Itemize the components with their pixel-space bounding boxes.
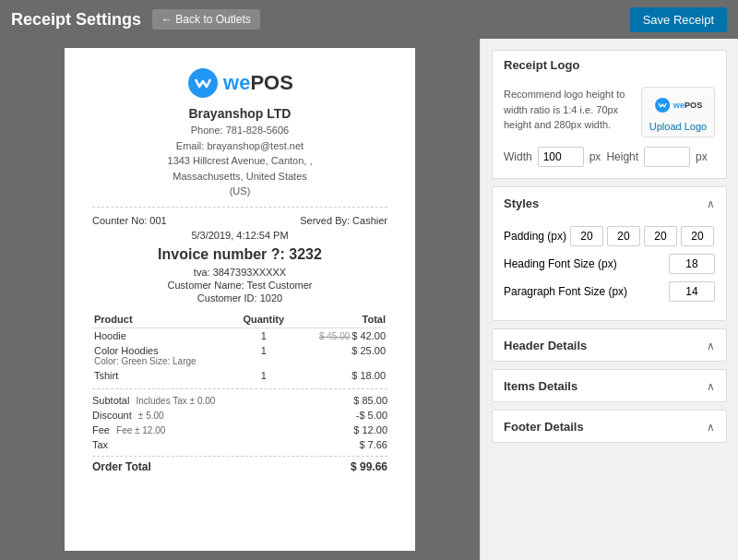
receipt-customer-name: Customer Name: Test Customer bbox=[92, 280, 387, 291]
width-input[interactable] bbox=[538, 147, 584, 167]
width-label: Width bbox=[504, 150, 532, 163]
item-name-cell: Color HoodiesColor: Green Size: Large bbox=[92, 343, 233, 368]
styles-section-header[interactable]: Styles bbox=[493, 187, 726, 219]
discount-label: Discount ± 5.00 bbox=[92, 410, 164, 421]
summary-discount-row: Discount ± 5.00 -$ 5.00 bbox=[92, 408, 387, 423]
footer-details-title: Footer Details bbox=[504, 420, 584, 434]
heading-font-input[interactable] bbox=[669, 254, 715, 274]
logo-section: Receipt Logo Recommend logo height to wi… bbox=[492, 50, 727, 179]
height-unit: px bbox=[696, 150, 708, 163]
paragraph-font-input[interactable] bbox=[669, 281, 715, 302]
logo-preview-box: wePOS Upload Logo bbox=[641, 87, 715, 137]
summary-order-total-row: Order Total $ 99.66 bbox=[92, 456, 387, 475]
padding-bottom-input[interactable] bbox=[644, 226, 677, 246]
item-qty-cell: 1 bbox=[233, 343, 293, 368]
served-by: Served By: Cashier bbox=[300, 215, 387, 226]
item-name-cell: Tshirt bbox=[92, 368, 233, 383]
styles-section-title: Styles bbox=[504, 197, 539, 210]
header-details-section: Header Details bbox=[492, 328, 727, 362]
receipt-email: Email: brayanshop@test.net bbox=[92, 138, 387, 154]
items-details-section: Items Details bbox=[492, 369, 727, 402]
header-details-title: Header Details bbox=[504, 339, 587, 352]
summary-fee-row: Fee Fee ± 12.00 $ 12.00 bbox=[92, 423, 387, 437]
tax-label: Tax bbox=[92, 439, 108, 450]
col-total: Total bbox=[293, 311, 387, 328]
logo-upload-info: Recommend logo height to width ratio is … bbox=[504, 87, 632, 133]
footer-chevron-up-icon bbox=[707, 418, 715, 435]
fee-value: $ 12.00 bbox=[353, 424, 387, 435]
styles-section: Styles Padding (px) Heading Font Size (p… bbox=[492, 186, 727, 321]
paragraph-font-label: Paragraph Font Size (px) bbox=[504, 285, 627, 298]
heading-font-row: Heading Font Size (px) bbox=[504, 254, 715, 274]
table-row: Color HoodiesColor: Green Size: Large1$ … bbox=[92, 343, 387, 368]
counter-no: Counter No: 001 bbox=[92, 215, 167, 226]
receipt-items-table: Product Quantity Total Hoodie1$ 45.00$ 4… bbox=[92, 311, 387, 383]
paragraph-font-row: Paragraph Font Size (px) bbox=[504, 281, 715, 302]
summary-tax-row: Tax $ 7.66 bbox=[92, 437, 387, 452]
receipt-logo-area: wePOS bbox=[92, 66, 387, 102]
wepos-logo-text: wePOS bbox=[223, 71, 293, 95]
width-unit: px bbox=[589, 150, 601, 163]
subtotal-value: $ 85.00 bbox=[353, 395, 387, 406]
receipt-address: 1343 Hillcrest Avenue, Canton, , bbox=[92, 153, 387, 169]
receipt-country: (US) bbox=[92, 184, 387, 199]
right-panel: Receipt Logo Recommend logo height to wi… bbox=[480, 39, 738, 560]
save-receipt-button[interactable]: Save Receipt bbox=[630, 7, 727, 32]
logo-preview-icon bbox=[654, 97, 671, 113]
item-qty-cell: 1 bbox=[233, 328, 293, 343]
discount-value: -$ 5.00 bbox=[356, 410, 387, 421]
order-total-value: $ 99.66 bbox=[351, 460, 387, 473]
summary-subtotal-row: Subtotal Includes Tax ± 0.00 $ 85.00 bbox=[92, 393, 387, 408]
padding-label: Padding (px) bbox=[504, 230, 566, 243]
styles-chevron-up-icon bbox=[707, 195, 715, 211]
receipt-paper: wePOS Brayanshop LTD Phone: 781-828-5606… bbox=[65, 48, 415, 551]
dimension-row: Width px Height px bbox=[504, 147, 715, 167]
items-chevron-up-icon bbox=[707, 377, 715, 394]
receipt-counter-row: Counter No: 001 Served By: Cashier bbox=[92, 215, 387, 226]
header-chevron-up-icon bbox=[707, 337, 715, 353]
page-title: Receipt Settings bbox=[11, 10, 141, 30]
fee-label: Fee Fee ± 12.00 bbox=[92, 424, 165, 435]
padding-row: Padding (px) bbox=[504, 226, 715, 246]
footer-details-header[interactable]: Footer Details bbox=[493, 411, 726, 442]
item-price-cell: $ 45.00$ 42.00 bbox=[293, 328, 387, 343]
table-row: Tshirt1$ 18.00 bbox=[92, 368, 387, 383]
height-input[interactable] bbox=[644, 147, 690, 167]
receipt-preview-area: wePOS Brayanshop LTD Phone: 781-828-5606… bbox=[0, 39, 480, 560]
receipt-phone: Phone: 781-828-5606 bbox=[92, 123, 387, 138]
receipt-divider-1 bbox=[92, 207, 387, 208]
heading-font-label: Heading Font Size (px) bbox=[504, 257, 617, 270]
shop-name: Brayanshop LTD bbox=[92, 106, 387, 121]
logo-section-header[interactable]: Receipt Logo bbox=[493, 51, 726, 79]
back-to-outlets-link[interactable]: ← Back to Outlets bbox=[152, 9, 260, 30]
logo-section-title: Receipt Logo bbox=[504, 58, 579, 72]
subtotal-label: Subtotal Includes Tax ± 0.00 bbox=[92, 395, 215, 406]
header-details-header[interactable]: Header Details bbox=[493, 329, 726, 361]
upload-logo-link[interactable]: Upload Logo bbox=[649, 121, 707, 132]
order-total-label: Order Total bbox=[92, 460, 151, 473]
items-details-header[interactable]: Items Details bbox=[493, 370, 726, 401]
receipt-invoice-number: Invoice number ?: 3232 bbox=[92, 246, 387, 263]
item-name-cell: Hoodie bbox=[92, 328, 233, 343]
item-price-cell: $ 18.00 bbox=[293, 368, 387, 383]
tax-value: $ 7.66 bbox=[359, 439, 387, 450]
items-details-title: Items Details bbox=[504, 379, 577, 393]
receipt-tva: tva: 3847393XXXXX bbox=[92, 267, 387, 278]
styles-section-body: Padding (px) Heading Font Size (px) Para… bbox=[493, 219, 726, 320]
receipt-summary: Subtotal Includes Tax ± 0.00 $ 85.00 Dis… bbox=[92, 388, 387, 475]
padding-right-input[interactable] bbox=[607, 226, 640, 246]
item-qty-cell: 1 bbox=[233, 368, 293, 383]
table-row: Hoodie1$ 45.00$ 42.00 bbox=[92, 328, 387, 343]
receipt-datetime: 5/3/2019, 4:12:54 PM bbox=[92, 230, 387, 241]
receipt-customer-id: Customer ID: 1020 bbox=[92, 292, 387, 304]
col-quantity: Quantity bbox=[233, 311, 293, 328]
wepos-logo-icon bbox=[186, 66, 220, 100]
height-label: Height bbox=[606, 150, 638, 163]
logo-section-body: Recommend logo height to width ratio is … bbox=[493, 79, 726, 178]
padding-top-input[interactable] bbox=[570, 226, 603, 246]
col-product: Product bbox=[92, 311, 233, 328]
footer-details-section: Footer Details bbox=[492, 410, 727, 443]
item-price-cell: $ 25.00 bbox=[293, 343, 387, 368]
receipt-address2: Massachusetts, United States bbox=[92, 169, 387, 185]
padding-left-input[interactable] bbox=[681, 226, 714, 246]
